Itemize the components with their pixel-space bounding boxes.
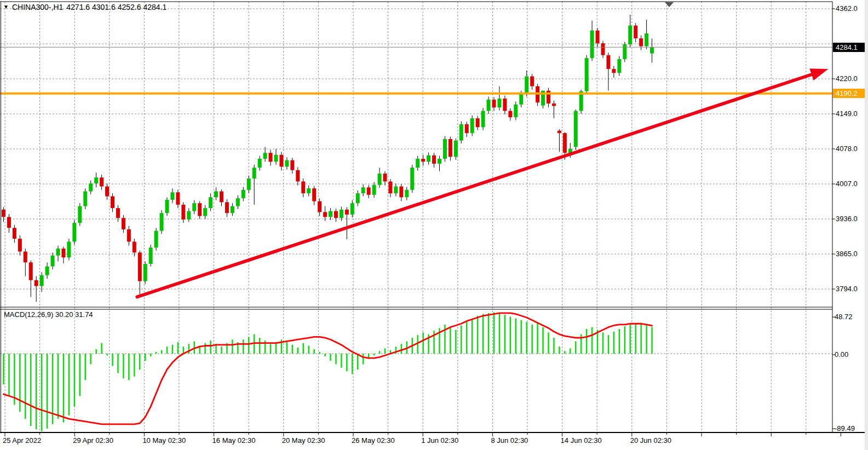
price-axis-label: 4078.0 (836, 145, 858, 153)
price-axis-label: 4149.0 (836, 109, 858, 118)
candle-body (639, 38, 643, 46)
candle-body (503, 99, 507, 111)
macd-histogram-bar (161, 350, 162, 354)
macd-histogram-bar (139, 354, 140, 370)
time-axis-label: 20 May 02:30 (282, 436, 325, 445)
macd-histogram-bar (292, 345, 293, 354)
candle-body (312, 188, 316, 201)
candle-body (514, 105, 518, 117)
candle-body (209, 197, 212, 208)
candle-body (122, 218, 125, 229)
macd-histogram-bar (101, 343, 102, 354)
time-axis-label: 1 Jun 02:30 (421, 436, 458, 445)
time-axis-label: 16 May 02:30 (212, 436, 256, 445)
macd-histogram-bar (177, 342, 179, 354)
macd-histogram-bar (373, 354, 375, 355)
symbol-timeframe-label: CHINA300-,H1 (12, 3, 63, 11)
candle-body (367, 187, 371, 195)
macd-histogram-bar (188, 344, 189, 354)
dropdown-arrow-icon[interactable]: ▼ (3, 3, 9, 11)
candle-body (56, 249, 60, 256)
candle-body (650, 47, 654, 53)
macd-histogram-bar (145, 354, 146, 361)
candle-body (72, 223, 76, 241)
chart-end-marker-icon[interactable] (665, 2, 674, 7)
candle-body (94, 177, 98, 183)
mt4-chart-window: ▼ CHINA300-,H1 4271.6 4301.6 4252.6 4284… (0, 0, 868, 450)
macd-signal-line (4, 313, 652, 424)
candle-body (165, 200, 169, 213)
macd-histogram-bar (275, 342, 277, 354)
candle-body (242, 190, 245, 198)
macd-histogram-bar (8, 354, 9, 396)
candle-body (187, 211, 191, 220)
candle-body (378, 174, 382, 185)
candle-body (552, 103, 556, 106)
candle-body (361, 187, 365, 193)
candle-body (45, 267, 49, 275)
candle-body (329, 211, 332, 217)
candle-body (35, 280, 38, 286)
macd-histogram-bar (324, 354, 325, 356)
hline-price-badge[interactable]: 4190.2 (833, 89, 865, 98)
candle-body (111, 197, 114, 209)
macd-histogram-bar (564, 351, 565, 354)
candle-body (334, 211, 338, 218)
macd-histogram-bar (510, 316, 511, 354)
candle-body (476, 118, 480, 127)
candle-body (7, 217, 11, 228)
macd-histogram-bar (134, 354, 135, 377)
macd-histogram-bar (221, 347, 222, 354)
candle-body (181, 205, 185, 220)
macd-histogram-bar (499, 313, 500, 354)
candle-body (138, 252, 142, 281)
candle-body (214, 192, 218, 198)
macd-histogram-bar (286, 342, 288, 354)
macd-histogram-bar (172, 345, 173, 354)
macd-histogram-bar (477, 316, 478, 354)
macd-histogram-bar (47, 354, 48, 429)
candle-body (127, 229, 131, 242)
candle-body (269, 153, 273, 161)
macd-histogram-bar (63, 354, 64, 423)
candle-body (18, 239, 22, 251)
candle-body (497, 99, 501, 107)
candle-body (263, 153, 267, 159)
macd-histogram-bar (640, 323, 641, 354)
candle-body (356, 193, 360, 203)
candle-body (67, 241, 71, 257)
trendline-object[interactable] (137, 73, 817, 297)
chart-title: ▼ CHINA300-,H1 4271.6 4301.6 4252.6 4284… (3, 3, 166, 11)
macd-histogram-bar (384, 348, 386, 354)
candle-body (279, 155, 283, 167)
candle-body (623, 44, 626, 59)
candle-body (61, 249, 65, 257)
macd-histogram-bar (106, 354, 107, 355)
candle-body (83, 192, 87, 206)
candle-body (203, 208, 207, 216)
candle-body (307, 188, 311, 193)
candle-body (29, 262, 33, 280)
candle-body (410, 168, 414, 190)
price-chart-canvas[interactable] (0, 0, 868, 450)
candle-body (617, 59, 621, 73)
macd-histogram-bar (204, 343, 205, 354)
candle-body (40, 275, 44, 286)
macd-histogram-bar (254, 334, 255, 354)
macd-histogram-bar (619, 329, 620, 354)
candle-body (557, 131, 561, 134)
macd-histogram-bar (90, 354, 91, 364)
macd-histogram-bar (259, 338, 260, 354)
candle-body (170, 192, 174, 200)
candle-body (345, 210, 349, 215)
time-axis-label: 10 May 02:30 (142, 436, 186, 445)
macd-histogram-bar (417, 335, 418, 354)
macd-histogram-bar (651, 327, 652, 354)
macd-histogram-bar (548, 332, 549, 354)
macd-histogram-bar (422, 332, 423, 354)
macd-histogram-bar (608, 335, 609, 354)
candle-body (421, 159, 425, 161)
macd-histogram-bar (559, 347, 560, 354)
macd-histogram-bar (379, 351, 380, 354)
macd-histogram-bar (248, 337, 249, 354)
